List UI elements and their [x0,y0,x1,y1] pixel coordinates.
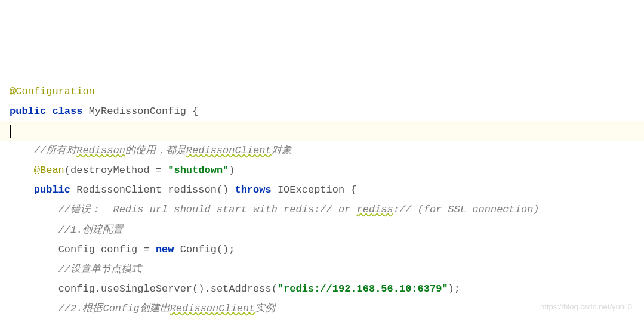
code-line-9: Config config = new Config(); [10,240,644,259]
comment-text: //2.根据Config创建出 [58,303,170,314]
string-literal: "shutdown" [168,165,229,176]
comment-text: 对象 [272,145,292,156]
keyword-new: new [156,244,174,255]
code-editor[interactable]: @Configurationpublic class MyRedissonCon… [10,82,644,319]
type-config: Config [58,244,95,255]
code-line-7: //错误： Redis url should start with redis:… [10,200,644,219]
method-call: useSingleServer [101,283,192,295]
code-line-10: //设置单节点模式 [10,259,644,279]
comment-wavy: rediss [357,204,393,215]
code-line-2: public class MyRedissonConfig { [10,101,644,121]
paren: ) [229,165,235,176]
comment-text: //错误： Redis url should start with redis:… [58,204,357,215]
annotation-bean: @Bean [34,165,64,176]
equals: = [150,165,168,176]
class-name: MyRedissonConfig [89,106,186,117]
code-line-5: @Bean(destroyMethod = "shutdown") [10,160,644,180]
code-line-11: config.useSingleServer().setAddress("red… [10,279,644,299]
comment-wavy: Redisson [76,145,125,156]
brace-open: { [344,184,356,196]
keyword-public: public [34,184,70,196]
comment-text: 的使用，都是 [125,145,186,156]
code-line-8: //1.创建配置 [10,220,644,240]
comment-wavy: RedissonClient [186,145,272,156]
code-line-6: public RedissonClient redisson() throws … [10,180,644,200]
comment-wavy: RedissonClient [170,303,255,314]
exception-type: IOException [278,184,344,196]
statement-end: ); [448,283,460,295]
comment-line: //2.根据Config创建出RedissonClient实例 [58,303,276,314]
variable: config [101,244,137,255]
keyword-throws: throws [235,184,272,196]
brace-open: { [186,106,198,117]
statement-end: (); [217,244,235,255]
annotation-configuration: @Configuration [10,86,95,97]
dot: . [95,283,101,295]
variable: config [58,283,95,295]
watermark-text: https://blog.csdn.net/yunli0 [540,299,632,314]
code-line-1: @Configuration [10,82,644,101]
type-config: Config [180,244,217,255]
method-name: redisson [168,184,217,196]
string-literal: "redis://192.168.56.10:6379" [278,283,448,295]
comment-line: //错误： Redis url should start with redis:… [58,204,540,215]
parens: (). [192,283,211,295]
code-line-4: //所有对Redisson的使用，都是RedissonClient对象 [10,141,644,160]
parens: () [217,184,229,196]
text-caret [10,125,11,138]
comment-line: //所有对Redisson的使用，都是RedissonClient对象 [34,145,292,156]
equals: = [137,244,156,255]
comment-text: //所有对 [34,145,76,156]
paren: ( [64,165,70,176]
comment-text: :// (for SSL connection) [393,204,540,215]
paren: ( [272,283,278,295]
comment-line: //1.创建配置 [58,224,124,236]
keyword-public: public [10,106,46,117]
return-type: RedissonClient [76,184,162,196]
annotation-param: destroyMethod [70,165,150,176]
comment-text: 实例 [255,303,275,314]
keyword-class: class [52,106,82,117]
code-line-3-active [0,121,644,141]
comment-line: //设置单节点模式 [58,264,141,275]
method-call: setAddress [211,283,272,295]
